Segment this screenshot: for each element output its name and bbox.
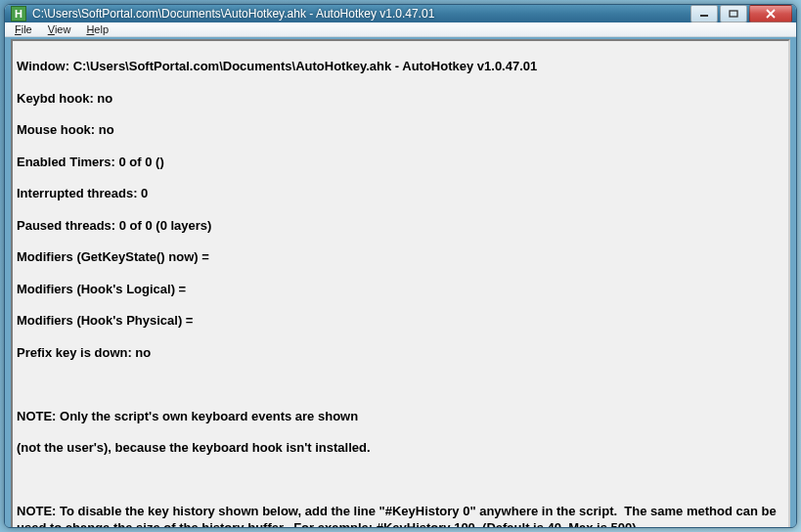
output-line: Enabled Timers: 0 of 0 () xyxy=(17,155,784,170)
output-line: Keybd hook: no xyxy=(17,91,784,107)
output-line: Mouse hook: no xyxy=(17,122,784,138)
close-icon xyxy=(765,9,777,19)
maximize-icon xyxy=(729,10,738,18)
client-area: Window: C:\Users\SoftPortal.com\Document… xyxy=(5,37,796,528)
output-line: Modifiers (Hook's Logical) = xyxy=(17,282,784,297)
minimize-button[interactable] xyxy=(690,5,718,22)
close-button[interactable] xyxy=(749,5,792,22)
output-line: Interrupted threads: 0 xyxy=(17,186,784,201)
menu-file[interactable]: File xyxy=(7,22,40,36)
output-line: Modifiers (Hook's Physical) = xyxy=(17,313,784,329)
app-window: H C:\Users\SoftPortal.com\Documents\Auto… xyxy=(4,4,797,528)
output-line: Prefix key is down: no xyxy=(17,345,784,361)
output-line xyxy=(17,377,784,392)
window-controls xyxy=(690,5,792,22)
menu-view[interactable]: View xyxy=(40,22,79,36)
svg-rect-0 xyxy=(700,15,708,17)
menu-help[interactable]: Help xyxy=(78,22,116,36)
minimize-icon xyxy=(699,10,709,18)
text-output[interactable]: Window: C:\Users\SoftPortal.com\Document… xyxy=(11,39,790,528)
output-line: NOTE: Only the script's own keyboard eve… xyxy=(17,409,784,424)
maximize-button[interactable] xyxy=(720,5,747,22)
app-icon: H xyxy=(11,6,26,22)
titlebar[interactable]: H C:\Users\SoftPortal.com\Documents\Auto… xyxy=(5,5,796,22)
svg-rect-1 xyxy=(730,11,737,17)
output-line: (not the user's), because the keyboard h… xyxy=(17,440,784,456)
window-title: C:\Users\SoftPortal.com\Documents\AutoHo… xyxy=(32,7,687,21)
output-line: Window: C:\Users\SoftPortal.com\Document… xyxy=(17,59,784,74)
menubar: File View Help xyxy=(5,22,796,37)
output-line: Modifiers (GetKeyState() now) = xyxy=(17,249,784,265)
output-line: Paused threads: 0 of 0 (0 layers) xyxy=(17,218,784,234)
output-line xyxy=(17,472,784,488)
output-line: NOTE: To disable the key history shown b… xyxy=(17,504,784,528)
